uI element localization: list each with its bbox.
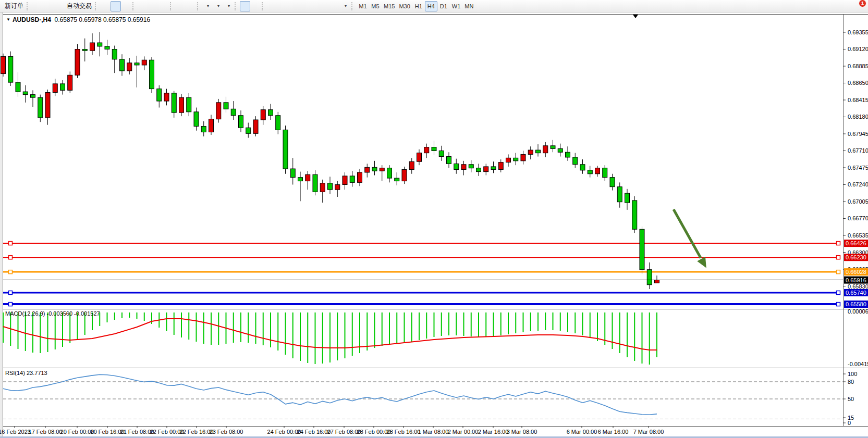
candle <box>580 165 585 170</box>
timeframe-H1[interactable]: H1 <box>412 1 425 11</box>
hline-anchor[interactable] <box>837 291 840 294</box>
candle <box>528 150 533 154</box>
candle <box>187 97 191 112</box>
hline-anchor[interactable] <box>9 270 13 274</box>
candlestick-chart-button[interactable] <box>111 1 121 11</box>
candle <box>1 56 6 73</box>
svg-text:0.67710: 0.67710 <box>848 147 868 154</box>
channel-button[interactable]: E <box>298 1 309 11</box>
symbol-dropdown-icon[interactable]: ▼ <box>6 17 10 22</box>
toolbar-grip[interactable] <box>170 2 173 10</box>
line-chart-button[interactable] <box>121 1 131 11</box>
chart-canvas[interactable]: 0.693550.691200.688850.686500.684150.681… <box>0 12 868 438</box>
price-badge: 0.65740 <box>846 290 866 296</box>
toolbar-grip[interactable] <box>262 2 265 10</box>
candle <box>112 49 117 59</box>
trendline-button[interactable] <box>288 1 298 11</box>
timeframe-H4[interactable]: H4 <box>425 1 437 11</box>
hline-anchor[interactable] <box>837 270 840 274</box>
svg-text:0.68885: 0.68885 <box>848 63 868 69</box>
rsi-label: RSI(14) 23.7713 <box>5 370 47 376</box>
crosshair-button[interactable] <box>250 1 261 11</box>
candle <box>328 183 333 190</box>
label-button[interactable]: T <box>329 1 340 11</box>
timeframe-M1[interactable]: M1 <box>357 1 369 11</box>
candle <box>90 43 95 51</box>
fibonacci-button[interactable]: F <box>309 1 319 11</box>
vertical-line-button[interactable] <box>267 1 277 11</box>
macd-axis-min: -0.004159 <box>848 361 868 367</box>
bar-chart-button[interactable] <box>100 1 111 11</box>
period-clock-button[interactable] <box>213 1 223 11</box>
candle <box>298 178 303 181</box>
autotrade-button[interactable]: 自动交易 <box>63 1 94 11</box>
candle <box>239 116 243 128</box>
toolbar-grip[interactable] <box>197 2 200 10</box>
rsi-name: RSI(14) <box>5 370 25 376</box>
tile-windows-button[interactable] <box>158 1 169 11</box>
candle <box>209 119 214 132</box>
toolbar-grip[interactable] <box>351 2 354 10</box>
horizontal-line-button[interactable] <box>277 1 288 11</box>
zoom-in-button[interactable] <box>138 1 148 11</box>
toolbar-grip[interactable] <box>27 2 30 10</box>
candle <box>261 110 265 120</box>
hline-anchor[interactable] <box>837 242 840 245</box>
quotes-button[interactable] <box>32 1 42 11</box>
toolbar-grip[interactable] <box>132 2 136 10</box>
timeframe-MN[interactable]: MN <box>462 1 475 11</box>
notification-badge: 1 <box>859 0 866 7</box>
time-label: 23 Feb 08:00 <box>210 429 243 435</box>
hline-anchor[interactable] <box>837 256 840 259</box>
panel-frame <box>0 12 868 438</box>
zoom-out-button[interactable] <box>148 1 158 11</box>
candle <box>566 152 570 157</box>
new-order-button[interactable]: 新订单 <box>1 1 26 11</box>
candle <box>655 280 659 283</box>
arrows-button[interactable] <box>340 1 350 11</box>
add-chart-button[interactable] <box>202 1 213 11</box>
cursor-button[interactable] <box>240 1 250 11</box>
signal-button[interactable] <box>53 1 63 11</box>
candle <box>543 146 548 153</box>
hline-anchor[interactable] <box>837 303 840 306</box>
candle <box>38 97 43 118</box>
timeframe-W1[interactable]: W1 <box>450 1 463 11</box>
macd-label: MACD(12,26,9) -0.003560 -0.001527 <box>5 310 100 317</box>
template-button[interactable] <box>223 1 234 11</box>
toolbar-grip[interactable] <box>95 2 98 10</box>
candle <box>68 75 72 90</box>
time-label: 24 Feb 16:00 <box>297 429 331 435</box>
indicator-down-button[interactable] <box>186 1 196 11</box>
time-label: 2 Mar 00:00 <box>448 429 479 435</box>
candle <box>320 183 325 192</box>
hline-anchor[interactable] <box>9 291 13 294</box>
timeframe-D1[interactable]: D1 <box>437 1 450 11</box>
toolbar-grip[interactable] <box>235 2 238 10</box>
market-watch-button[interactable] <box>42 1 53 11</box>
candle <box>350 176 354 182</box>
hline-anchor[interactable] <box>9 242 13 245</box>
timeframe-M5[interactable]: M5 <box>369 1 382 11</box>
indicator-up-button[interactable] <box>175 1 186 11</box>
candle <box>172 93 176 112</box>
candle <box>343 176 347 185</box>
text-button[interactable]: A <box>319 1 329 11</box>
timeframe-M30[interactable]: M30 <box>397 1 412 11</box>
candle <box>573 157 578 165</box>
time-label: 2 Mar 16:00 <box>478 429 509 435</box>
time-label: 22 Feb 16:00 <box>180 429 214 435</box>
candle <box>469 165 473 168</box>
svg-text:0.69355: 0.69355 <box>848 29 868 35</box>
svg-text:0.68180: 0.68180 <box>848 114 868 120</box>
candle <box>417 153 422 162</box>
timeframe-M15[interactable]: M15 <box>382 1 397 11</box>
search-button[interactable] <box>840 1 850 11</box>
chat-button[interactable]: 1 <box>853 1 864 11</box>
hline-anchor[interactable] <box>9 256 13 259</box>
hline-anchor[interactable] <box>9 303 13 306</box>
chart-title: ▼AUDUSD-,H4 0.65875 0.65978 0.65875 0.65… <box>6 16 150 23</box>
candle <box>150 60 154 89</box>
candle <box>246 128 251 133</box>
price-badge: 0.66426 <box>846 240 866 246</box>
